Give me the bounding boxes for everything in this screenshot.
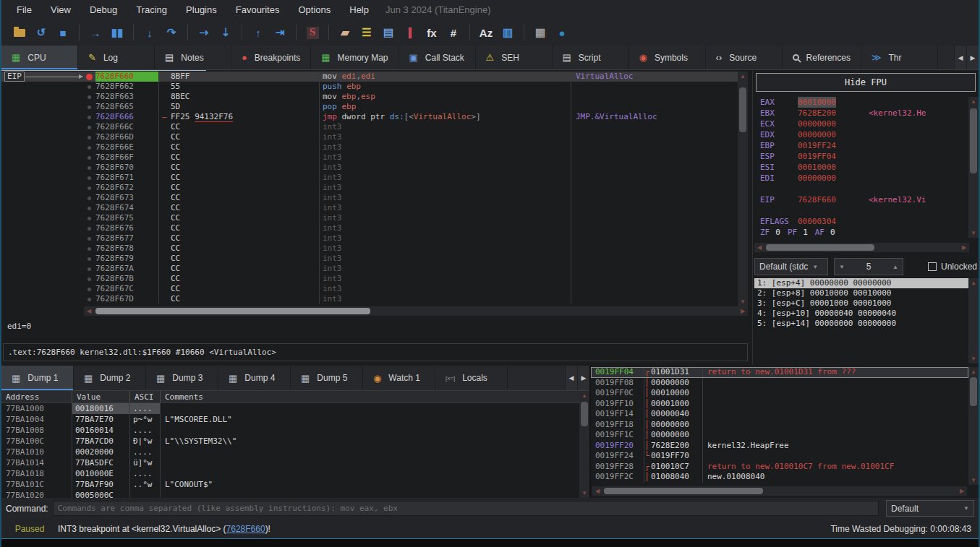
breakpoint-icon[interactable]: ● <box>242 52 247 63</box>
animate-into-button[interactable]: ⇢ <box>193 23 215 42</box>
breakpoint-dot-empty[interactable] <box>88 85 91 89</box>
breakpoint-dot-empty[interactable] <box>88 186 91 190</box>
az-text-button[interactable]: Aᴢ <box>475 23 497 42</box>
breakpoint-dot-empty[interactable] <box>88 217 91 220</box>
dump-row[interactable]: 77BA100000180016.... <box>1 403 589 414</box>
scroll-thumb[interactable] <box>766 244 874 251</box>
run-icon[interactable]: → <box>90 27 101 39</box>
calculator-icon[interactable]: ▦ <box>535 26 545 39</box>
stack-row[interactable]: 0019FF0C│00010000 <box>591 388 968 399</box>
tab-script[interactable]: ▤Script <box>553 46 629 69</box>
scroll-right-arrow[interactable]: ▶ <box>957 486 967 496</box>
script-icon[interactable]: ▤ <box>563 52 571 63</box>
stack-row[interactable]: 0019FF14│00000040 <box>591 409 968 420</box>
breakpoint-dot-empty[interactable] <box>88 166 91 170</box>
disasm-row[interactable]: 7628F66C CCint3 <box>1 122 738 132</box>
breakpoint-column[interactable] <box>82 193 95 203</box>
breakpoint-dot[interactable] <box>86 74 93 80</box>
scylla-icon[interactable]: S <box>307 27 319 39</box>
disasm-vertical-scrollbar[interactable]: ▲ ▼ <box>738 72 748 306</box>
log-icon[interactable]: ✎ <box>88 52 96 63</box>
stack-row[interactable]: 0019FF2C│01008040new.01008040 <box>591 472 968 483</box>
stop-icon[interactable]: ■ <box>59 27 66 39</box>
dump-row[interactable]: 77BA101000020000.... <box>1 447 589 457</box>
symbols-icon[interactable]: ◉ <box>639 52 647 63</box>
scroll-right-arrow[interactable]: ▶ <box>959 243 969 252</box>
dump-row[interactable]: 77BA100800160014.... <box>1 425 589 436</box>
tab-locals[interactable]: [x=]Locals <box>435 366 508 390</box>
restart-button[interactable]: ↺ <box>30 23 52 42</box>
disasm-row[interactable]: 7628F67C CCint3 <box>1 284 738 294</box>
scroll-up-arrow[interactable]: ▲ <box>968 97 979 106</box>
stack-row[interactable]: 0019FF24└0019FF70 <box>591 451 968 462</box>
tab-dump-2[interactable]: ▦Dump 2 <box>74 366 146 390</box>
source-icon[interactable]: ‹› <box>716 52 723 63</box>
register-row[interactable]: ECX00000000 <box>753 119 968 129</box>
breakpoint-column[interactable] <box>82 203 95 213</box>
dump-row[interactable]: 77BA10180010000E.... <box>1 468 589 479</box>
disasm-row[interactable]: 7628F67D CCint3 <box>1 294 738 304</box>
stack-panel[interactable]: 0019FF04┌01001D31return to new.01001D31 … <box>591 366 979 498</box>
comments-icon[interactable]: ☰ <box>362 26 371 39</box>
breakpoint-dot-empty[interactable] <box>88 298 91 301</box>
disasm-row[interactable]: 7628F673 CCint3 <box>1 193 738 203</box>
command-input[interactable] <box>53 501 879 516</box>
breakpoint-column[interactable] <box>82 233 95 244</box>
breakpoint-dot-empty[interactable] <box>88 95 91 99</box>
open-file-icon[interactable] <box>14 29 25 37</box>
breakpoint-dot-empty[interactable] <box>88 247 91 251</box>
argument-row[interactable]: 1: [esp+4] 00000000 00000000 <box>754 278 968 288</box>
argument-row[interactable]: 3: [esp+C] 00001000 00001000 <box>754 298 968 309</box>
run-button[interactable]: → <box>85 23 106 42</box>
scroll-left-arrow[interactable]: ◀ <box>754 243 764 252</box>
breakpoint-dot-empty[interactable] <box>88 237 91 241</box>
tab-call-stack[interactable]: ▣Call Stack <box>399 46 476 69</box>
patches-icon[interactable]: ▰ <box>341 26 349 39</box>
menu-options[interactable]: Options <box>289 1 340 18</box>
scroll-up-arrow[interactable]: ▲ <box>738 72 748 81</box>
breakpoint-column[interactable] <box>82 294 95 304</box>
open-file-button[interactable] <box>9 23 30 42</box>
tab-dump-3[interactable]: ▦Dump 3 <box>146 366 218 390</box>
dump-row[interactable]: 77BA100477BA7E70p~°wL"MSCOREE.DLL" <box>1 414 589 425</box>
comments-button[interactable]: ☰ <box>356 23 378 42</box>
breakpoint-column[interactable] <box>82 92 95 102</box>
breakpoint-column[interactable] <box>82 244 95 254</box>
dump-row[interactable]: 77BA101477BA5DFCü]°w <box>1 457 589 468</box>
dump-icon[interactable]: ▦ <box>84 373 93 384</box>
register-row[interactable]: EAX00010000 <box>753 97 968 108</box>
watch-icon[interactable]: ◉ <box>373 373 381 384</box>
animate-over-icon[interactable]: ⇣ <box>221 26 231 39</box>
scylla-button[interactable]: S <box>302 23 323 42</box>
scroll-down-arrow[interactable]: ▼ <box>579 488 589 498</box>
az-text-icon[interactable]: Aᴢ <box>480 27 493 39</box>
scroll-thumb[interactable] <box>581 402 588 426</box>
disasm-row[interactable]: 7628F677 CCint3 <box>1 233 738 244</box>
dump-header-address[interactable]: Address <box>1 391 72 402</box>
disasm-row[interactable]: 7628F679 CCint3 <box>1 254 738 264</box>
argument-row[interactable]: 2: [esp+8] 00010000 00010000 <box>754 288 968 298</box>
disasm-row[interactable]: 7628F662 55push ebp <box>1 82 738 92</box>
breakpoint-column[interactable] <box>82 274 95 284</box>
scroll-thumb[interactable] <box>95 308 370 314</box>
disasm-row[interactable]: 7628F663 8BECmov ebp,esp <box>1 92 738 102</box>
step-over-icon[interactable]: ↷ <box>167 26 176 39</box>
internet-button[interactable]: ● <box>551 23 573 42</box>
disasm-row[interactable]: 7628F678 CCint3 <box>1 244 738 254</box>
menu-help[interactable]: Help <box>340 1 378 18</box>
animate-over-button[interactable]: ⇣ <box>215 23 237 42</box>
stack-horizontal-scrollbar[interactable]: ◀ ▶ <box>592 486 967 496</box>
stack-view-button[interactable]: ▤ <box>378 23 399 42</box>
register-row[interactable]: EBP0019FF24 <box>753 140 968 151</box>
seh-key-icon[interactable]: ⚠ <box>486 52 495 63</box>
tab-watch-1[interactable]: ◉Watch 1 <box>363 366 435 390</box>
unlocked-checkbox-wrap[interactable]: Unlocked <box>928 262 977 272</box>
disasm-row[interactable]: 7628F66F CCint3 <box>1 152 738 163</box>
disasm-row[interactable]: 7628F66E CCint3 <box>1 142 738 152</box>
scroll-thumb[interactable] <box>970 108 977 173</box>
menu-favourites[interactable]: Favourites <box>226 1 289 18</box>
fx-icon[interactable]: fx <box>427 27 436 39</box>
breakpoint-column[interactable] <box>82 112 95 122</box>
breakpoint-dot-empty[interactable] <box>88 126 91 129</box>
breakpoint-column[interactable] <box>82 163 95 173</box>
